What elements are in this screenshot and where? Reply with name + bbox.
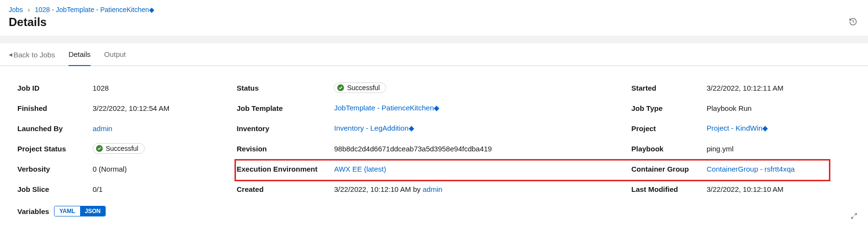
started-label: Started [632, 84, 699, 92]
job-template-link[interactable]: JobTemplate - PatienceKitchen◆ [334, 104, 440, 112]
inventory-label: Inventory [236, 124, 326, 133]
diamond-icon: ◆ [149, 6, 154, 13]
check-circle-icon [96, 145, 103, 152]
expand-icon[interactable] [851, 213, 857, 219]
breadcrumb-current[interactable]: 1028 - JobTemplate - PatienceKitchen◆ [35, 6, 154, 13]
created-value: 3/22/2022, 10:12:10 AM by admin [334, 185, 442, 193]
status-text: Successful [347, 84, 380, 92]
status-badge: Successful [334, 82, 386, 93]
job-slice-value: 0/1 [93, 185, 103, 193]
tab-details[interactable]: Details [69, 43, 91, 66]
launched-by-link[interactable]: admin [93, 124, 112, 133]
history-icon[interactable] [849, 17, 857, 26]
project-status-text: Successful [106, 145, 138, 152]
breadcrumb-current-text: 1028 - JobTemplate - PatienceKitchen [35, 6, 149, 13]
chevron-right-icon: › [28, 6, 30, 13]
finished-label: Finished [17, 104, 85, 112]
execution-environment-link[interactable]: AWX EE (latest) [334, 165, 386, 173]
job-id-label: Job ID [17, 84, 85, 92]
container-group-link[interactable]: ContainerGroup - rsfrtt4xqa [707, 165, 795, 173]
playbook-value: ping.yml [707, 145, 734, 153]
breadcrumb-root[interactable]: Jobs [9, 6, 23, 13]
project-link[interactable]: Project - KindWin◆ [707, 124, 769, 132]
created-label: Created [236, 185, 326, 193]
playbook-label: Playbook [632, 145, 699, 153]
separator [0, 36, 868, 43]
project-status-label: Project Status [17, 145, 85, 153]
revision-value: 98b8dc2d4d6671ddceab73a5d3958e94fcdba419 [334, 145, 492, 153]
page-title: Details [9, 15, 859, 29]
created-text: 3/22/2022, 10:12:10 AM by [334, 185, 422, 193]
inventory-text: Inventory - LegAddition [334, 124, 408, 132]
caret-left-icon: ◂ [9, 50, 13, 59]
status-label: Status [236, 84, 326, 92]
job-slice-label: Job Slice [17, 185, 85, 193]
tab-output[interactable]: Output [104, 43, 126, 66]
execution-environment-label: Execution Environment [236, 165, 326, 173]
job-type-value: Playbook Run [707, 104, 752, 112]
last-modified-value: 3/22/2022, 10:12:10 AM [707, 185, 784, 193]
diamond-icon: ◆ [434, 104, 440, 112]
started-value: 3/22/2022, 10:12:11 AM [707, 84, 784, 92]
breadcrumb: Jobs › 1028 - JobTemplate - PatienceKitc… [9, 6, 859, 13]
svg-line-3 [852, 216, 854, 218]
back-to-jobs-label: Back to Jobs [14, 51, 55, 59]
variables-format-toggle: YAML JSON [54, 206, 106, 216]
last-modified-label: Last Modified [632, 185, 699, 193]
diamond-icon: ◆ [409, 124, 414, 132]
toggle-yaml[interactable]: YAML [55, 206, 80, 216]
verbosity-value: 0 (Normal) [93, 165, 127, 173]
back-to-jobs-link[interactable]: ◂ Back to Jobs [9, 43, 55, 66]
project-label: Project [632, 124, 699, 133]
container-group-label: Container Group [632, 165, 699, 173]
project-text: Project - KindWin [707, 124, 763, 132]
created-by-link[interactable]: admin [423, 185, 442, 193]
verbosity-label: Verbosity [17, 165, 85, 173]
inventory-link[interactable]: Inventory - LegAddition◆ [334, 124, 414, 132]
check-circle-icon [337, 84, 344, 91]
job-template-label: Job Template [236, 104, 326, 112]
svg-line-2 [854, 214, 856, 215]
variables-label: Variables [17, 207, 49, 215]
job-type-label: Job Type [632, 104, 699, 112]
job-template-text: JobTemplate - PatienceKitchen [334, 104, 434, 112]
project-status-badge: Successful [93, 143, 145, 154]
toggle-json[interactable]: JSON [80, 206, 106, 216]
finished-value: 3/22/2022, 10:12:54 AM [93, 104, 169, 112]
revision-label: Revision [236, 145, 326, 153]
launched-by-label: Launched By [17, 124, 85, 133]
diamond-icon: ◆ [762, 124, 768, 132]
job-id-value: 1028 [93, 84, 109, 92]
